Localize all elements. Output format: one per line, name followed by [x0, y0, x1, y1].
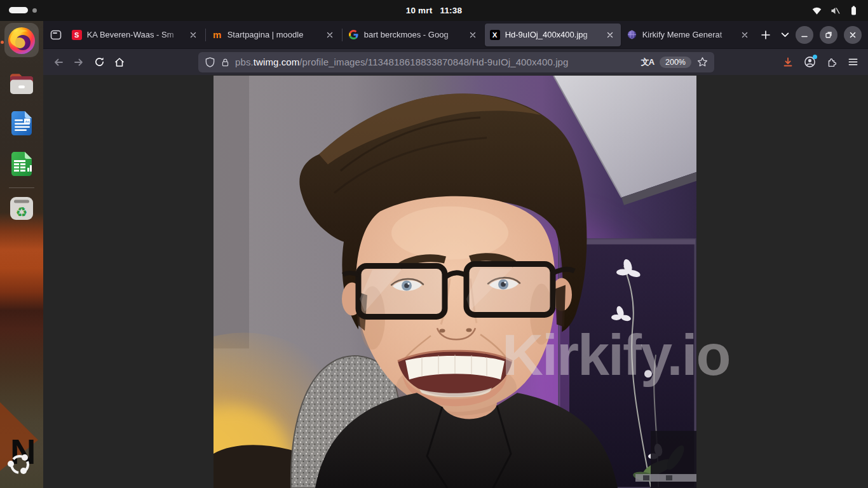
system-top-bar: 10 mrt 11:38 — [0, 0, 868, 21]
clock-time: 11:38 — [440, 6, 462, 15]
ubuntu-logo-icon — [6, 451, 34, 478]
kirkify-favicon — [627, 30, 637, 40]
tab-separator — [342, 29, 342, 41]
zoom-level-badge[interactable]: 200% — [660, 57, 691, 68]
tab-close-button[interactable] — [604, 29, 616, 41]
moodle-favicon: m — [212, 30, 222, 40]
window-close-button[interactable] — [844, 26, 862, 44]
libreoffice-writer-icon — [6, 108, 37, 139]
battery-icon — [848, 5, 859, 16]
toolbar-right-icons — [779, 53, 862, 71]
tab-title: Hd-9uIOj_400x400.jpg — [505, 30, 599, 39]
clock-date: 10 mrt — [406, 6, 433, 15]
url-domain: twimg.com — [254, 57, 300, 67]
libreoffice-calc-icon — [6, 149, 37, 179]
window-maximize-button[interactable] — [820, 26, 837, 44]
back-button[interactable] — [50, 53, 67, 71]
menu-button[interactable] — [844, 53, 862, 71]
tracking-shield-icon[interactable] — [205, 57, 215, 68]
tab-google-search[interactable]: bart berckmoes - Goog — [344, 24, 484, 46]
forward-button[interactable] — [70, 53, 88, 71]
dock-item-firefox[interactable] — [6, 25, 37, 56]
firefox-icon — [6, 25, 37, 56]
window-minimize-button[interactable] — [796, 26, 813, 44]
system-status-area[interactable] — [811, 5, 859, 16]
content-area: Kirkify.io — [43, 75, 868, 488]
x-twitter-favicon: X — [490, 30, 500, 40]
home-button[interactable] — [111, 53, 128, 71]
account-button[interactable] — [801, 53, 818, 71]
toolbar-spacer — [131, 62, 196, 62]
new-tab-button[interactable] — [757, 25, 775, 44]
dock-item-libreoffice-writer[interactable] — [6, 108, 37, 139]
tab-title: Kirkify Meme Generat — [642, 30, 734, 39]
dock-item-trash[interactable]: ♻ — [6, 193, 37, 224]
desktop-dock-strip: N — [0, 21, 43, 488]
tab-bar: S KA Beveren-Waas - Sm m Startpagina | m… — [43, 21, 868, 48]
translate-icon[interactable]: 文A — [641, 57, 654, 68]
url-subdomain: pbs. — [235, 57, 254, 67]
profile-photo[interactable] — [214, 76, 696, 488]
list-all-tabs-button[interactable] — [776, 25, 794, 44]
svg-text:♻: ♻ — [16, 205, 28, 220]
tab-smartschool[interactable]: S KA Beveren-Waas - Sm — [67, 24, 204, 46]
navigation-toolbar: pbs.twimg.com/profile_images/11348186188… — [43, 48, 868, 75]
tab-twitter-image-active[interactable]: X Hd-9uIOj_400x400.jpg — [485, 24, 621, 46]
tab-title: KA Beveren-Waas - Sm — [87, 30, 182, 39]
volume-muted-icon — [830, 6, 841, 16]
extensions-button[interactable] — [822, 53, 840, 71]
tab-close-button[interactable] — [739, 29, 750, 41]
account-notification-badge — [813, 55, 817, 59]
bookmark-star-icon[interactable] — [697, 57, 708, 67]
wifi-icon — [811, 6, 822, 16]
tab-close-button[interactable] — [467, 29, 478, 41]
tab-kirkify[interactable]: Kirkify Meme Generat — [622, 24, 756, 46]
tab-close-button[interactable] — [187, 29, 199, 41]
trash-icon: ♻ — [6, 193, 37, 224]
reload-button[interactable] — [90, 53, 108, 71]
tab-separator — [205, 29, 206, 41]
dock-running-indicator — [1, 41, 4, 44]
window-controls — [796, 26, 862, 44]
dock-item-libreoffice-calc[interactable] — [6, 149, 37, 179]
google-favicon — [349, 30, 359, 40]
tab-title: Startpagina | moodle — [227, 30, 319, 39]
downloads-button[interactable] — [779, 53, 797, 71]
lock-icon[interactable] — [221, 57, 229, 67]
firefox-view-button[interactable] — [47, 25, 65, 44]
url-text[interactable]: pbs.twimg.com/profile_images/11348186188… — [235, 57, 635, 67]
tab-close-button[interactable] — [324, 29, 336, 41]
url-path: /profile_images/1134818618833870848/Hd-9… — [299, 57, 568, 67]
smartschool-favicon: S — [72, 30, 82, 40]
tab-moodle[interactable]: m Startpagina | moodle — [207, 24, 341, 46]
dock-separator — [9, 187, 34, 188]
firefox-window: S KA Beveren-Waas - Sm m Startpagina | m… — [43, 21, 868, 488]
dock-item-files[interactable] — [6, 69, 37, 99]
files-folder-icon — [6, 69, 37, 99]
clock[interactable]: 10 mrt 11:38 — [0, 6, 868, 15]
tab-title: bart berckmoes - Goog — [364, 30, 462, 39]
url-bar[interactable]: pbs.twimg.com/profile_images/11348186188… — [198, 52, 714, 72]
